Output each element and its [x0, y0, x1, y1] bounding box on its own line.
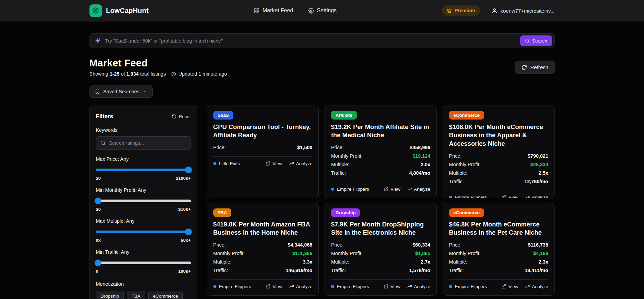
- view-link[interactable]: View: [266, 284, 282, 289]
- source-dot-icon: [449, 285, 452, 288]
- listing-source: Little Exits: [213, 161, 240, 166]
- monetization-chip[interactable]: Dropship: [96, 291, 124, 299]
- stat-label: Traffic:: [213, 268, 228, 273]
- stat-label: Monthly Profit:: [449, 162, 481, 167]
- clock-icon: [171, 72, 176, 77]
- filter-slider[interactable]: [96, 167, 191, 173]
- stat-label: Traffic:: [449, 268, 464, 273]
- keywords-input[interactable]: [109, 140, 186, 146]
- external-link-icon: [384, 187, 389, 191]
- last-updated-label: Updated 1 minute ago: [178, 71, 227, 77]
- search-icon: [525, 38, 530, 43]
- listing-stat-row: Traffic: 12,760/mo: [449, 177, 548, 186]
- reset-label: Reset: [179, 114, 191, 119]
- stat-label: Traffic:: [331, 268, 346, 273]
- analyze-link[interactable]: Analyze: [525, 284, 548, 289]
- stat-value: 18,411/mo: [525, 268, 548, 273]
- ai-search-input[interactable]: [105, 38, 516, 44]
- slider-max-label: $10k+: [178, 207, 191, 212]
- stat-label: Multiple:: [449, 259, 467, 265]
- analyze-link[interactable]: Analyze: [407, 187, 430, 192]
- stat-value: 146,619/mo: [286, 268, 312, 273]
- source-name: Empire Flippers: [337, 284, 369, 289]
- premium-label: Premium: [455, 8, 475, 13]
- listing-stat-row: Price: $116,738: [449, 241, 548, 249]
- stat-value: 4,804/mo: [409, 170, 430, 176]
- refresh-icon: [522, 65, 527, 70]
- filters-title: Filters: [96, 113, 113, 120]
- slider-thumb[interactable]: [95, 259, 101, 266]
- chevron-down-icon: [143, 90, 147, 94]
- stat-label: Monthly Profit:: [213, 251, 245, 256]
- premium-badge[interactable]: Premium: [442, 5, 480, 16]
- view-label: View: [391, 187, 400, 192]
- analyze-link[interactable]: Analyze: [289, 161, 312, 166]
- brand[interactable]: LowCapHunt: [89, 4, 149, 17]
- monetization-chip[interactable]: eCommerce: [148, 291, 183, 299]
- slider-thumb[interactable]: [95, 198, 101, 204]
- analyze-label: Analyze: [532, 195, 548, 198]
- source-dot-icon: [213, 162, 216, 165]
- grid-icon: [254, 8, 260, 14]
- nav-settings[interactable]: Settings: [308, 7, 337, 14]
- listing-stat-row: Monthly Profit: $19,124: [331, 152, 430, 160]
- analyze-link[interactable]: Analyze: [525, 195, 548, 198]
- saved-searches-label: Saved Searches: [103, 89, 139, 94]
- slider-thumb[interactable]: [185, 229, 192, 235]
- top-navbar: LowCapHunt Market Feed Settings: [0, 0, 644, 21]
- filter-slider[interactable]: [96, 229, 191, 235]
- slider-fill: [96, 169, 188, 171]
- reset-filters-button[interactable]: Reset: [172, 114, 191, 119]
- stat-label: Multiple:: [449, 170, 467, 176]
- saved-searches-button[interactable]: Saved Searches: [89, 85, 153, 98]
- stat-value: $1,500: [297, 145, 312, 150]
- search-button-label: Search: [532, 38, 547, 44]
- stat-value: 3.3x: [303, 259, 312, 265]
- listing-card: FBA $419.0K Per Month Amazon FBA Busines…: [207, 203, 319, 296]
- view-link[interactable]: View: [266, 161, 282, 166]
- stat-value: 2.5x: [539, 170, 548, 176]
- source-name: Empire Flippers: [455, 284, 487, 289]
- nav-market-feed[interactable]: Market Feed: [254, 7, 293, 14]
- view-link[interactable]: View: [501, 284, 518, 289]
- stat-value: $26,334: [530, 162, 548, 167]
- listing-stat-row: Multiple: 2.0x: [331, 160, 430, 169]
- stat-label: Multiple:: [331, 162, 349, 167]
- filter-slider[interactable]: [96, 198, 191, 204]
- search-button[interactable]: Search: [520, 35, 552, 46]
- external-link-icon: [501, 195, 506, 198]
- slider-thumb[interactable]: [185, 167, 192, 173]
- listing-footer: Empire Flippers View Analyze: [331, 182, 430, 192]
- listing-card: Dropship $7.9K Per Month DropShipping Si…: [325, 203, 437, 296]
- refresh-button[interactable]: Refresh: [515, 61, 555, 74]
- slider-label: Min Traffic: Any: [96, 249, 191, 255]
- listing-stats: Price: $4,344,068 Monthly Profit: $111,3…: [213, 241, 313, 275]
- ai-search-bar: Search: [89, 33, 555, 48]
- view-label: View: [273, 284, 282, 289]
- listing-stat-row: Monthly Profit: $26,334: [449, 160, 548, 169]
- filter-slider[interactable]: [96, 259, 191, 266]
- listing-stat-row: Monthly Profit: $4,169: [449, 249, 548, 258]
- stat-value: 2.3x: [539, 259, 548, 265]
- external-link-icon: [501, 284, 506, 289]
- analyze-link[interactable]: Analyze: [407, 284, 430, 289]
- view-label: View: [391, 284, 400, 289]
- stat-value: $4,169: [533, 251, 548, 256]
- slider-label: Max Price: Any: [96, 156, 191, 162]
- monetization-chip[interactable]: FBA: [127, 291, 145, 299]
- user-menu[interactable]: koenw77+micrositeinv...: [492, 8, 555, 14]
- listing-stat-row: Traffic: 1,578/mo: [331, 266, 430, 275]
- listing-title: $419.0K Per Month Amazon FBA Business in…: [213, 220, 313, 237]
- listing-stat-row: Price: $1,500: [213, 143, 313, 152]
- results-range: 1-25: [110, 71, 119, 77]
- view-link[interactable]: View: [501, 195, 518, 198]
- trending-up-icon: [407, 187, 412, 191]
- view-link[interactable]: View: [384, 284, 400, 289]
- analyze-link[interactable]: Analyze: [289, 284, 312, 289]
- listing-category-badge: SaaS: [213, 111, 233, 120]
- view-link[interactable]: View: [384, 187, 400, 192]
- slider-min-label: 0: [96, 269, 98, 274]
- listing-source: Empire Flippers: [331, 187, 369, 192]
- bookmark-icon: [95, 89, 100, 94]
- stat-label: Price:: [331, 145, 344, 150]
